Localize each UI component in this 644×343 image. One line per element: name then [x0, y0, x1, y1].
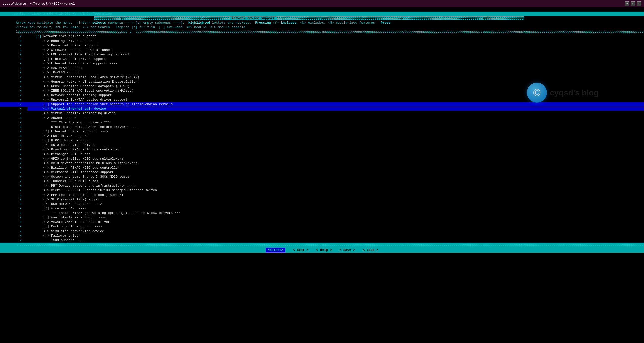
select-button[interactable]: <Select> [266, 248, 285, 252]
maximize-button[interactable]: □ [631, 1, 635, 6]
menu-lines: x [*] Network core driver support [0, 30, 644, 238]
title-bar: cyqsd@ubuntu: ~/Project/rk356x/kernel − … [0, 0, 644, 7]
window-controls: − □ × [625, 1, 641, 6]
load-button-label[interactable]: < Load > [363, 248, 378, 252]
main-window: cyqsd@ubuntu: ~/Project/rk356x/kernel − … [0, 0, 644, 343]
window-title: cyqsd@ubuntu: ~/Project/rk356x/kernel [3, 2, 75, 6]
close-button[interactable]: × [637, 1, 641, 6]
help-button-label[interactable]: < Help > [316, 248, 332, 252]
menu-row-0[interactable]: x [*] Network core driver support [0, 30, 644, 34]
save-button-label[interactable]: < Save > [339, 248, 355, 252]
terminal: .config - Linux/arm64 4.19.232 Kernel Co… [0, 7, 644, 343]
minimize-button[interactable]: − [625, 1, 629, 6]
config-header-line: .config - Linux/arm64 4.19.232 Kernel Co… [0, 7, 644, 12]
exit-button-label[interactable]: < < Exit >Exit > [293, 248, 308, 252]
